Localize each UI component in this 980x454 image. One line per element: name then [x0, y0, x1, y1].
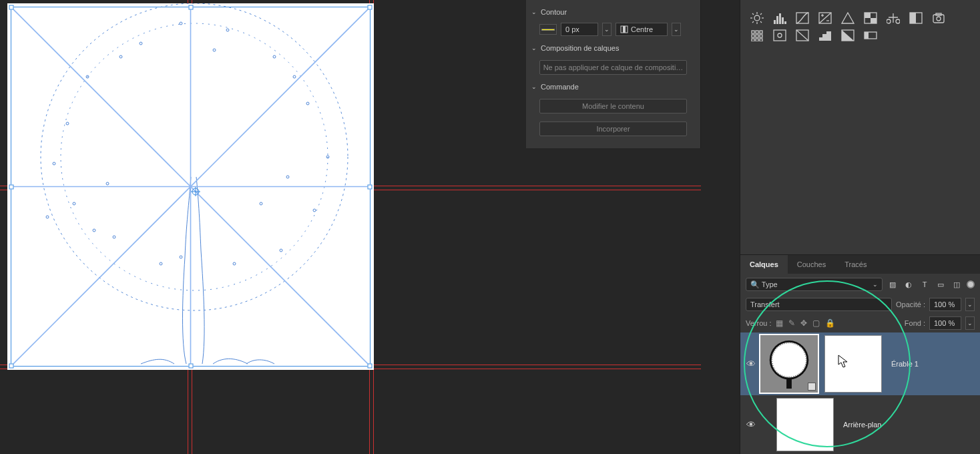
invert-icon[interactable]	[795, 29, 810, 41]
layer-type-filter[interactable]: 🔍 Type ⌄	[746, 278, 883, 291]
svg-line-40	[752, 13, 754, 15]
svg-point-64	[937, 17, 941, 21]
svg-rect-69	[752, 35, 754, 37]
threshold-icon[interactable]	[840, 29, 855, 41]
exposure-icon[interactable]	[818, 12, 832, 24]
vibrance-icon[interactable]	[840, 12, 855, 24]
lock-label: Verrou :	[746, 319, 772, 327]
stroke-align-field[interactable]: Centre	[616, 23, 668, 36]
stroke-color-swatch[interactable]	[539, 24, 557, 35]
opacity-field[interactable]: 100 %	[929, 298, 961, 311]
lock-artboard-icon[interactable]: ▢	[812, 318, 820, 328]
transform-handle-tl[interactable]	[9, 5, 14, 10]
stroke-align-dropdown[interactable]: ⌄	[672, 23, 681, 36]
transform-handle-br[interactable]	[368, 364, 373, 369]
svg-point-35	[754, 15, 760, 21]
black-white-icon[interactable]	[909, 12, 923, 24]
layer-mask-thumbnail[interactable]	[824, 335, 882, 393]
svg-rect-70	[756, 35, 758, 37]
svg-rect-44	[774, 20, 776, 24]
align-center-icon	[620, 25, 628, 33]
lock-position-icon[interactable]: ✥	[800, 318, 807, 328]
transform-handle-tr[interactable]	[368, 5, 373, 10]
svg-rect-68	[760, 31, 762, 33]
right-panels-column: Calques Couches Tracés 🔍 Type ⌄ ▨ ◐ T ▭ …	[740, 0, 980, 454]
blend-mode-select[interactable]: Transfert	[746, 298, 892, 311]
transform-handle-ml[interactable]	[9, 184, 14, 189]
hue-sat-icon[interactable]	[863, 12, 878, 24]
svg-rect-82	[865, 32, 869, 39]
transform-handle-bl[interactable]	[9, 364, 14, 369]
color-balance-icon[interactable]	[886, 12, 901, 24]
tab-layers[interactable]: Calques	[740, 255, 788, 274]
layer-visibility-toggle[interactable]: 👁	[744, 359, 758, 369]
layer-row[interactable]: 👁 Érable 1	[740, 332, 980, 395]
lock-all-icon[interactable]: 🔒	[825, 318, 835, 328]
embed-button[interactable]: Incorporer	[539, 122, 687, 136]
apply-layer-comp-button[interactable]: Ne pas appliquer de calque de compositi…	[539, 60, 687, 75]
fill-dropdown[interactable]: ⌄	[965, 316, 975, 330]
section-composition-label: Composition de calques	[541, 44, 619, 52]
fill-field[interactable]: 100 %	[929, 316, 961, 330]
layer-thumbnail[interactable]	[776, 398, 834, 451]
smart-object-badge-icon	[808, 383, 816, 391]
section-composition[interactable]: ⌄ Composition de calques	[531, 40, 695, 56]
channel-mixer-icon[interactable]	[750, 29, 764, 41]
chevron-down-icon: ⌄	[873, 281, 878, 288]
transform-handle-tc[interactable]	[188, 5, 193, 10]
curves-icon[interactable]	[795, 12, 810, 24]
layer-row[interactable]: 👁 Arrière-plan	[740, 395, 980, 454]
panel-tab-bar: Calques Couches Tracés	[740, 255, 980, 274]
svg-point-85	[772, 343, 807, 378]
type-filter-label: Type	[762, 280, 778, 288]
transform-handle-bc[interactable]	[188, 364, 193, 369]
svg-line-78	[796, 30, 808, 41]
svg-rect-75	[774, 30, 786, 41]
levels-icon[interactable]	[772, 12, 787, 24]
stroke-width-field[interactable]: 0 px	[561, 23, 598, 36]
lock-pixels-icon[interactable]: ✎	[788, 318, 795, 328]
gradient-map-icon[interactable]	[863, 29, 878, 41]
section-contour[interactable]: ⌄ Contour	[531, 4, 695, 20]
svg-rect-71	[760, 35, 762, 37]
tab-channels[interactable]: Couches	[788, 255, 835, 274]
transform-handle-mr[interactable]	[368, 184, 373, 189]
adjustments-panel	[740, 0, 980, 47]
color-lookup-icon[interactable]	[772, 29, 787, 41]
edit-contents-button[interactable]: Modifier le contenu	[539, 99, 687, 114]
svg-rect-67	[756, 31, 758, 33]
filter-pixel-icon[interactable]: ▨	[888, 280, 897, 289]
section-command[interactable]: ⌄ Commande	[531, 79, 695, 95]
posterize-icon[interactable]	[818, 29, 832, 41]
search-icon: 🔍	[750, 280, 760, 288]
properties-panel: ⌄ Contour 0 px ⌄ Centre ⌄ ⌄ Composition …	[526, 0, 701, 148]
filter-smartobject-icon[interactable]: ◫	[952, 280, 961, 289]
lock-transparent-icon[interactable]: ▦	[776, 318, 783, 328]
svg-line-41	[760, 21, 762, 23]
svg-point-59	[887, 19, 891, 23]
document-canvas[interactable]	[7, 3, 374, 370]
layer-visibility-toggle[interactable]: 👁	[744, 419, 758, 430]
filter-toggle[interactable]	[967, 280, 975, 288]
layer-name[interactable]: Arrière-plan	[843, 421, 881, 429]
svg-rect-47	[782, 17, 784, 24]
transform-bounding-box[interactable]	[11, 7, 371, 367]
svg-rect-63	[933, 15, 944, 23]
photo-filter-icon[interactable]	[931, 12, 946, 24]
svg-line-51	[819, 13, 831, 23]
filter-adjustment-icon[interactable]: ◐	[904, 280, 913, 289]
chevron-down-icon: ⌄	[531, 45, 537, 51]
brightness-contrast-icon[interactable]	[750, 12, 764, 24]
svg-marker-80	[842, 30, 854, 41]
svg-rect-73	[756, 39, 758, 41]
opacity-dropdown[interactable]: ⌄	[965, 298, 975, 311]
layer-thumbnail[interactable]	[760, 335, 818, 393]
svg-rect-62	[910, 13, 916, 23]
stroke-width-dropdown[interactable]: ⌄	[602, 23, 611, 36]
svg-rect-74	[760, 39, 762, 41]
layer-name[interactable]: Érable 1	[891, 360, 919, 368]
svg-rect-48	[784, 21, 786, 24]
tab-paths[interactable]: Tracés	[835, 255, 876, 274]
filter-shape-icon[interactable]: ▭	[936, 280, 945, 289]
filter-type-icon[interactable]: T	[920, 280, 929, 289]
